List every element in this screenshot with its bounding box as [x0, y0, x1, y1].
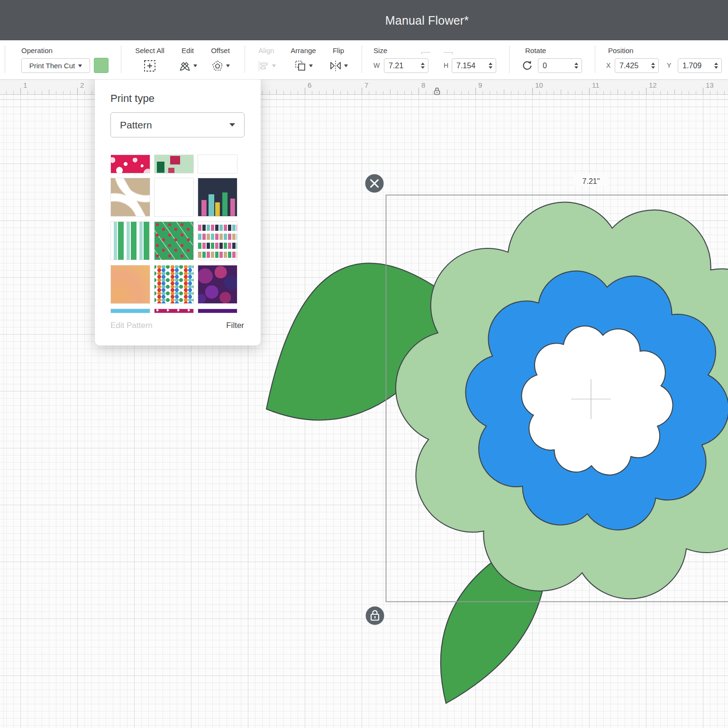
pattern-swatch[interactable]	[110, 309, 150, 313]
height-stepper[interactable]	[486, 59, 495, 73]
select-all-label: Select All	[135, 46, 164, 55]
print-type-dropdown[interactable]: Pattern	[110, 112, 245, 137]
operation-label: Operation	[21, 46, 53, 55]
ruler-number: 7	[364, 81, 368, 89]
align-icon	[257, 59, 270, 73]
pattern-swatch[interactable]	[198, 155, 237, 173]
rotate-stepper[interactable]	[572, 59, 581, 73]
position-y-input[interactable]	[678, 62, 712, 70]
pattern-swatch[interactable]	[110, 178, 150, 217]
lock-link-line	[444, 52, 453, 55]
position-x-stepper[interactable]	[649, 59, 657, 73]
pattern-swatch[interactable]	[110, 221, 150, 260]
pattern-swatch[interactable]	[110, 265, 150, 304]
arrange-icon	[294, 59, 307, 73]
ruler-number: 1	[23, 81, 27, 89]
pattern-swatch[interactable]	[198, 178, 237, 217]
edit-pencils-icon	[178, 59, 191, 73]
ruler-number: 13	[706, 81, 714, 89]
width-stepper[interactable]	[419, 59, 427, 73]
title-bar: Manual Flower*	[0, 0, 728, 40]
print-type-value: Pattern	[111, 119, 229, 131]
close-selection-button[interactable]	[365, 174, 384, 193]
chevron-down-icon	[309, 64, 313, 67]
flip-icon	[329, 59, 342, 73]
toolbar-divider	[509, 46, 510, 73]
ruler-number: 11	[592, 81, 600, 89]
pattern-swatch[interactable]	[154, 309, 194, 313]
step-up-icon	[651, 63, 655, 65]
step-down-icon	[489, 66, 492, 69]
toolbar-divider	[595, 46, 595, 73]
size-lock-icon[interactable]	[432, 86, 442, 96]
size-label: Size	[373, 46, 387, 55]
step-down-icon	[651, 66, 655, 69]
offset-icon	[211, 59, 224, 73]
height-input[interactable]	[452, 62, 486, 70]
lock-link-line	[421, 52, 430, 55]
step-down-icon	[714, 66, 718, 69]
chevron-down-icon	[344, 64, 348, 67]
popup-title: Print type	[110, 92, 155, 105]
rotate-icon	[520, 59, 534, 73]
chevron-down-icon	[193, 64, 197, 67]
rotate-label: Rotate	[525, 46, 546, 55]
rotate-input-box	[538, 58, 582, 73]
flip-label: Flip	[333, 46, 344, 55]
offset-button[interactable]	[211, 59, 230, 73]
chevron-down-icon	[229, 123, 235, 127]
step-up-icon	[574, 63, 578, 65]
print-type-popup: Print type Pattern Edit Pattern Filter	[95, 76, 261, 346]
arrange-label: Arrange	[291, 46, 316, 55]
step-up-icon	[714, 63, 718, 65]
edit-toolbar: Operation Print Then Cut Select All Edit…	[0, 40, 728, 80]
ruler-number: 2	[80, 81, 84, 89]
select-all-button[interactable]	[143, 59, 156, 73]
width-input-box	[384, 58, 428, 73]
flip-button[interactable]	[329, 59, 348, 73]
step-up-icon	[489, 63, 492, 65]
edit-label: Edit	[182, 46, 194, 55]
document-title: Manual Flower*	[385, 13, 469, 27]
ruler-number: 9	[478, 81, 482, 89]
pattern-swatch[interactable]	[198, 221, 237, 260]
pattern-swatch[interactable]	[154, 178, 194, 217]
pattern-swatch[interactable]	[198, 265, 237, 304]
operation-dropdown[interactable]: Print Then Cut	[21, 58, 90, 73]
width-input[interactable]	[384, 62, 419, 70]
pattern-swatch[interactable]	[154, 155, 194, 173]
selection-size-label: 7.21"	[582, 177, 600, 185]
align-button	[257, 59, 276, 73]
pattern-swatch[interactable]	[198, 309, 237, 313]
operation-value: Print Then Cut	[29, 62, 75, 70]
operation-color-swatch[interactable]	[94, 58, 109, 73]
pattern-swatch[interactable]	[154, 265, 194, 304]
toolbar-divider	[362, 46, 362, 73]
position-x-input[interactable]	[615, 62, 649, 70]
ruler-number: 10	[535, 81, 543, 89]
toolbar-divider	[245, 46, 245, 73]
height-axis-label: H	[444, 62, 448, 69]
edit-button[interactable]	[178, 59, 197, 73]
position-y-box	[678, 58, 722, 73]
position-x-box	[615, 58, 659, 73]
offset-label: Offset	[211, 46, 230, 55]
select-all-icon	[143, 59, 156, 73]
pattern-swatch[interactable]	[154, 221, 194, 260]
position-y-stepper[interactable]	[712, 59, 720, 73]
height-input-box	[452, 58, 496, 73]
arrange-button[interactable]	[294, 59, 313, 73]
pattern-swatch[interactable]	[110, 155, 150, 173]
rotate-input[interactable]	[538, 62, 572, 70]
filter-button[interactable]: Filter	[226, 321, 244, 330]
align-label: Align	[258, 46, 274, 55]
position-label: Position	[608, 46, 633, 55]
ruler-number: 12	[649, 81, 657, 89]
step-up-icon	[421, 63, 425, 65]
chevron-down-icon	[226, 64, 230, 67]
step-down-icon	[421, 66, 425, 69]
lock-selection-button[interactable]	[366, 607, 384, 625]
lock-button-circle	[366, 607, 384, 625]
ruler-number: 6	[308, 81, 311, 89]
edit-pattern-button: Edit Pattern	[110, 321, 153, 330]
